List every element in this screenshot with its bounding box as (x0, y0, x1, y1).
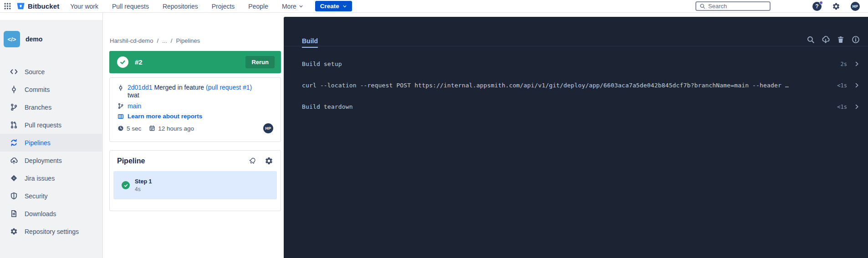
pipeline-duration: 5 sec (127, 125, 141, 132)
sidebar-item-pull-requests[interactable]: Pull requests (0, 116, 102, 134)
help-button[interactable]: ? (812, 2, 822, 11)
step-name: Step 1 (135, 178, 152, 185)
rerun-button[interactable]: Rerun (245, 56, 275, 68)
breadcrumb-part-1[interactable]: ... (162, 37, 167, 44)
pipeline-card-header: Pipeline (117, 157, 273, 165)
notifications-bell-icon[interactable] (248, 157, 257, 165)
repo-avatar[interactable]: </> (4, 31, 20, 47)
chevron-down-icon (342, 4, 347, 9)
nav-more-label: More (282, 3, 296, 10)
pipeline-number: #2 (135, 58, 143, 66)
pipeline-summary-panel: Harshil-cd-demo/.../Pipelines #2 Rerun 2… (103, 13, 284, 258)
log-row[interactable]: Build setup 2s (284, 53, 868, 75)
author-avatar[interactable]: HP (263, 123, 273, 133)
commit-icon (117, 85, 124, 91)
step-success-check-icon (122, 181, 130, 189)
chevron-down-icon (299, 4, 303, 9)
branch-icon (10, 103, 18, 111)
check-icon (123, 183, 128, 188)
log-row-list: Build setup 2s curl --location --request… (284, 53, 868, 117)
user-avatar[interactable]: HP (851, 2, 860, 11)
sidebar-item-label: Security (25, 192, 48, 200)
log-row-duration: <1s (837, 104, 847, 110)
sidebar-item-label: Source (25, 68, 45, 76)
settings-gear-icon[interactable] (832, 2, 840, 10)
bitbucket-logo[interactable]: Bitbucket (16, 2, 59, 10)
info-icon[interactable] (852, 35, 860, 44)
sidebar-item-label: Deployments (25, 157, 62, 164)
log-row-duration: 2s (841, 61, 847, 67)
success-check-icon (117, 56, 128, 68)
tab-divider (284, 46, 868, 46)
pull-request-link[interactable]: (pull request #1) (206, 84, 252, 91)
pull-request-icon (10, 121, 18, 129)
sidebar-item-source[interactable]: Source (0, 63, 102, 81)
search-input[interactable] (708, 3, 766, 10)
pipeline-settings-gear-icon[interactable] (265, 157, 273, 165)
sidebar-item-downloads[interactable]: Downloads (0, 205, 102, 223)
step-text: Step 1 4s (135, 178, 152, 192)
nav-your-work[interactable]: Your work (70, 3, 98, 10)
chevron-right-icon (854, 82, 860, 88)
nav-people[interactable]: People (248, 3, 268, 10)
sidebar-item-label: Jira issues (25, 175, 55, 182)
create-button[interactable]: Create (315, 1, 352, 11)
commit-message-text: Merged in feature (154, 84, 204, 91)
sidebar-item-jira-issues[interactable]: Jira issues (0, 169, 102, 187)
commit-hash-link[interactable]: 2d01dd1 (128, 84, 153, 91)
commit-icon (10, 86, 18, 93)
step-duration: 4s (135, 186, 152, 192)
sidebar-item-label: Repository settings (25, 228, 79, 235)
sidebar-item-label: Pipelines (25, 139, 51, 147)
sidebar-item-commits[interactable]: Commits (0, 81, 102, 98)
breadcrumb-part-0[interactable]: Harshil-cd-demo (110, 37, 153, 44)
sidebar-item-branches[interactable]: Branches (0, 98, 102, 116)
main-content: </> demo Source Commits Branches Pull re… (0, 13, 868, 258)
sidebar-nav: Source Commits Branches Pull requests Pi… (0, 63, 102, 240)
calendar-icon (149, 125, 155, 132)
bitbucket-mark-icon (16, 2, 25, 10)
repo-header: </> demo (4, 31, 42, 47)
delete-log-icon[interactable] (837, 35, 845, 44)
sidebar-item-deployments[interactable]: Deployments (0, 152, 102, 169)
log-search-icon[interactable] (807, 35, 815, 44)
sidebar-item-security[interactable]: Security (0, 187, 102, 205)
build-log-panel: Build Build setup 2s curl --location --r… (284, 17, 868, 258)
breadcrumb-separator: / (157, 37, 158, 44)
sidebar-item-label: Branches (25, 104, 51, 111)
breadcrumb-separator: / (171, 37, 173, 44)
app-switcher-icon[interactable] (4, 2, 11, 10)
pipeline-time-ago: 12 hours ago (158, 125, 194, 132)
log-row[interactable]: curl --location --request POST https://i… (284, 75, 868, 96)
commit-message: 2d01dd1 Merged in feature (pull request … (128, 84, 252, 99)
help-question-glyph: ? (815, 3, 818, 10)
log-row-label: Build setup (302, 61, 833, 67)
sidebar-item-label: Downloads (25, 210, 56, 218)
breadcrumb: Harshil-cd-demo/.../Pipelines (110, 37, 200, 44)
sidebar-item-repository-settings[interactable]: Repository settings (0, 223, 102, 240)
branch-link[interactable]: main (128, 102, 141, 110)
top-navigation-bar: Bitbucket Your work Pull requests Reposi… (0, 0, 868, 13)
clock-icon (117, 125, 124, 132)
bitbucket-wordmark: Bitbucket (28, 2, 59, 10)
sidebar-item-pipelines[interactable]: Pipelines (0, 134, 102, 152)
source-icon (10, 68, 18, 76)
log-row-label: Build teardown (302, 103, 830, 110)
log-row[interactable]: Build teardown <1s (284, 96, 868, 117)
branch-icon (117, 103, 124, 109)
pipeline-card-title: Pipeline (117, 157, 145, 165)
nav-projects[interactable]: Projects (212, 3, 235, 10)
nav-pull-requests[interactable]: Pull requests (112, 3, 149, 10)
notification-dot (819, 1, 823, 5)
create-button-label: Create (320, 3, 339, 10)
search-icon (700, 3, 705, 9)
pipeline-steps-card: Pipeline Step 1 4s (109, 150, 281, 211)
log-row-duration: <1s (837, 82, 847, 89)
nav-repositories[interactable]: Repositories (163, 3, 198, 10)
download-log-icon[interactable] (822, 35, 830, 44)
downloads-icon (10, 210, 18, 218)
learn-more-reports-link[interactable]: Learn more about reports (128, 113, 202, 120)
pipeline-step-item[interactable]: Step 1 4s (113, 171, 277, 199)
nav-more[interactable]: More (282, 3, 303, 10)
global-search[interactable] (695, 1, 771, 11)
